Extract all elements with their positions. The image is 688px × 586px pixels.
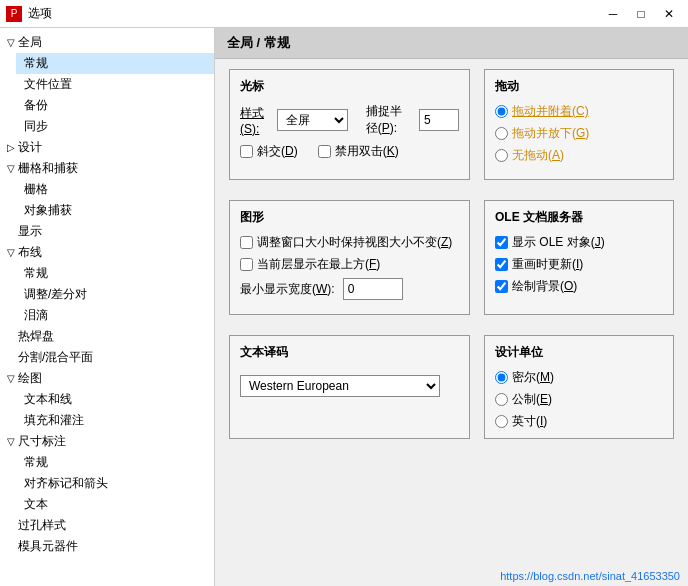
- sidebar-item-tiaozheng[interactable]: 调整/差分对: [16, 284, 214, 305]
- sidebar-item-changgui2[interactable]: 常规: [16, 263, 214, 284]
- unit-mm-item: 公制(E): [495, 391, 663, 408]
- drag-panel: 拖动 拖动并附着(C) 拖动并放下(G) 无拖动(A): [484, 69, 674, 180]
- toggle-huitu: ▽: [4, 373, 18, 384]
- unit-mil-item: 密尔(M): [495, 369, 663, 386]
- no-drag-radio[interactable]: [495, 149, 508, 162]
- toggle-quanju: ▽: [4, 37, 18, 48]
- sidebar: ▽ 全局 常规 文件位置 备份 同步 ▷ 设计 ▽ 栅格和捕获 栅格 对象捕获 …: [0, 28, 215, 586]
- sidebar-item-wenjianweizhi[interactable]: 文件位置: [16, 74, 214, 95]
- footer-link: https://blog.csdn.net/sinat_41653350: [500, 570, 680, 582]
- sidebar-item-wenben2[interactable]: 文本: [16, 494, 214, 515]
- tree-label-quanju: 全局: [18, 34, 42, 51]
- unit-inch-radio[interactable]: [495, 415, 508, 428]
- current-layer-top-item: 当前层显示在最上方(F): [240, 256, 459, 273]
- show-ole-item: 显示 OLE 对象(J): [495, 234, 663, 251]
- close-button[interactable]: ✕: [656, 4, 682, 24]
- tree-label-fengge: 分割/混合平面: [18, 349, 93, 366]
- tree-group-xianshi[interactable]: 显示: [0, 221, 214, 242]
- drag-attach-radio[interactable]: [495, 105, 508, 118]
- redraw-update-checkbox[interactable]: [495, 258, 508, 271]
- tree-group-sheji[interactable]: ▷ 设计: [0, 137, 214, 158]
- keep-view-size-label[interactable]: 调整窗口大小时保持视图大小不变(Z): [257, 234, 452, 251]
- sidebar-item-tutao[interactable]: 泪滴: [16, 305, 214, 326]
- design-unit-panel: 设计单位 密尔(M) 公制(E) 英寸(I): [484, 335, 674, 439]
- keep-view-size-checkbox[interactable]: [240, 236, 253, 249]
- slope-checkbox[interactable]: [240, 145, 253, 158]
- unit-mm-radio[interactable]: [495, 393, 508, 406]
- redraw-update-label[interactable]: 重画时更新(I): [512, 256, 583, 273]
- slope-label[interactable]: 斜交(D): [257, 143, 298, 160]
- text-encoding-select[interactable]: Western European UTF-8 GB2312 Big5: [240, 375, 440, 397]
- drag-radio-group: 拖动并附着(C) 拖动并放下(G) 无拖动(A): [495, 103, 663, 164]
- sidebar-item-duiqi[interactable]: 对齐标记和箭头: [16, 473, 214, 494]
- tree-group-rehanpan[interactable]: 热焊盘: [0, 326, 214, 347]
- sidebar-item-changgui3[interactable]: 常规: [16, 452, 214, 473]
- tree-label-gangge: 栅格和捕获: [18, 160, 78, 177]
- unit-mil-radio[interactable]: [495, 371, 508, 384]
- current-layer-top-label[interactable]: 当前层显示在最上方(F): [257, 256, 380, 273]
- section-title: 全局 / 常规: [215, 28, 688, 59]
- tree-children-quanju: 常规 文件位置 备份 同步: [0, 53, 214, 137]
- draw-background-checkbox[interactable]: [495, 280, 508, 293]
- sidebar-item-wenbenhexian[interactable]: 文本和线: [16, 389, 214, 410]
- toggle-sheji: ▷: [4, 142, 18, 153]
- bottom-panels: 文本译码 Western European UTF-8 GB2312 Big5 …: [229, 335, 674, 449]
- maximize-button[interactable]: □: [628, 4, 654, 24]
- tree-group-buchu[interactable]: ▽ 布线: [0, 242, 214, 263]
- sidebar-item-beifen[interactable]: 备份: [16, 95, 214, 116]
- unit-inch-item: 英寸(I): [495, 413, 663, 430]
- draw-background-label[interactable]: 绘制背景(O): [512, 278, 577, 295]
- sidebar-item-changgui[interactable]: 常规: [16, 53, 214, 74]
- unit-mil-label[interactable]: 密尔(M): [512, 369, 554, 386]
- tree-group-fengge[interactable]: 分割/混合平面: [0, 347, 214, 368]
- toggle-buchu: ▽: [4, 247, 18, 258]
- tree-group-gangge[interactable]: ▽ 栅格和捕获: [0, 158, 214, 179]
- tree-group-chicun[interactable]: ▽ 尺寸标注: [0, 431, 214, 452]
- min-width-input[interactable]: 0: [343, 278, 403, 300]
- min-width-label: 最小显示宽度(W):: [240, 281, 335, 298]
- ole-panel: OLE 文档服务器 显示 OLE 对象(J) 重画时更新(I) 绘制背景(O): [484, 200, 674, 315]
- sidebar-item-tongbu[interactable]: 同步: [16, 116, 214, 137]
- tree-group-guokong[interactable]: 过孔样式: [0, 515, 214, 536]
- show-ole-checkbox[interactable]: [495, 236, 508, 249]
- unit-mm-label[interactable]: 公制(E): [512, 391, 552, 408]
- no-drag-label[interactable]: 无拖动(A): [512, 147, 564, 164]
- sidebar-item-tianchong[interactable]: 填充和灌注: [16, 410, 214, 431]
- minimize-button[interactable]: ─: [600, 4, 626, 24]
- text-encoding-title: 文本译码: [240, 344, 459, 361]
- text-encoding-panel: 文本译码 Western European UTF-8 GB2312 Big5: [229, 335, 470, 439]
- tree-group-huitu[interactable]: ▽ 绘图: [0, 368, 214, 389]
- cursor-panel: 光标 样式(S): 全屏 小十字 大十字 捕捉半径(P): 5: [229, 69, 470, 180]
- drag-release-item: 拖动并放下(G): [495, 125, 663, 142]
- capture-radius-label: 捕捉半径(P):: [366, 103, 411, 137]
- graph-panel: 图形 调整窗口大小时保持视图大小不变(Z) 当前层显示在最上方(F) 最小显示宽…: [229, 200, 470, 315]
- sidebar-item-duixiangbuhuo[interactable]: 对象捕获: [16, 200, 214, 221]
- tree-group-muju[interactable]: 模具元器件: [0, 536, 214, 557]
- drag-release-radio[interactable]: [495, 127, 508, 140]
- ole-title: OLE 文档服务器: [495, 209, 663, 226]
- drag-attach-item: 拖动并附着(C): [495, 103, 663, 120]
- capture-radius-input[interactable]: 5: [419, 109, 459, 131]
- tree-label-huitu: 绘图: [18, 370, 42, 387]
- disable-doubleclick-label[interactable]: 禁用双击(K): [335, 143, 399, 160]
- show-ole-label[interactable]: 显示 OLE 对象(J): [512, 234, 605, 251]
- window-title: 选项: [28, 5, 52, 22]
- cursor-style-label: 样式(S):: [240, 105, 269, 136]
- cursor-style-row: 样式(S): 全屏 小十字 大十字 捕捉半径(P): 5: [240, 103, 459, 137]
- disable-doubleclick-checkbox[interactable]: [318, 145, 331, 158]
- app-icon: P: [6, 6, 22, 22]
- tree-group-quanju[interactable]: ▽ 全局: [0, 32, 214, 53]
- drag-attach-label[interactable]: 拖动并附着(C): [512, 103, 589, 120]
- cursor-style-select[interactable]: 全屏 小十字 大十字: [277, 109, 348, 131]
- drag-release-label[interactable]: 拖动并放下(G): [512, 125, 589, 142]
- middle-panels: 图形 调整窗口大小时保持视图大小不变(Z) 当前层显示在最上方(F) 最小显示宽…: [229, 200, 674, 325]
- tree-children-chicun: 常规 对齐标记和箭头 文本: [0, 452, 214, 515]
- current-layer-top-checkbox[interactable]: [240, 258, 253, 271]
- design-unit-radio-group: 密尔(M) 公制(E) 英寸(I): [495, 369, 663, 430]
- unit-inch-label[interactable]: 英寸(I): [512, 413, 547, 430]
- window-controls: ─ □ ✕: [600, 4, 682, 24]
- sidebar-item-gangge[interactable]: 栅格: [16, 179, 214, 200]
- toggle-gangge: ▽: [4, 163, 18, 174]
- cursor-style-label-text: 样式(S):: [240, 106, 264, 136]
- keep-view-size-item: 调整窗口大小时保持视图大小不变(Z): [240, 234, 459, 251]
